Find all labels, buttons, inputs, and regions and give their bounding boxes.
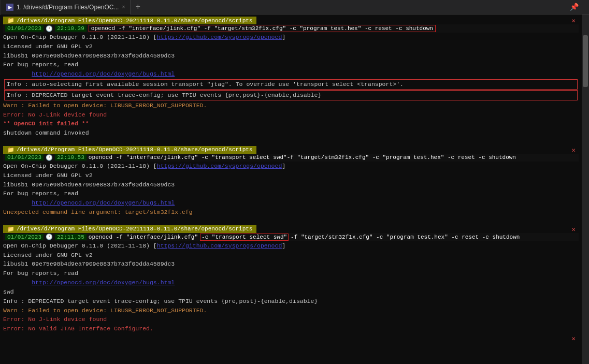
scrollbar-thumb[interactable]: [583, 35, 588, 87]
s3-out-8: Error: No Valid JTAG Interface Configure…: [3, 324, 579, 333]
bottom-close-row: ✕: [3, 334, 579, 344]
s2-out-5: Unexpected command line argument: target…: [3, 208, 579, 217]
session3-dir-text: /drives/d/Program Files/OpenOCD-20211118…: [17, 226, 252, 232]
terminal-tab[interactable]: ▶ 1. /drives/d/Program Files/OpenOC... ×: [1, 0, 131, 14]
divider-2: [3, 218, 579, 225]
session1-command-highlighted: openocd -f "interface/jlink.cfg" -f "tar…: [89, 25, 436, 32]
s1-out-3: For bug reports, read: [3, 60, 579, 69]
session-block-2: ✕ 📁 /drives/d/Program Files/OpenOCD-2021…: [3, 146, 579, 217]
session3-cmd-pre: openocd -f "interface/jlink.cfg": [89, 234, 198, 240]
session1-close-button[interactable]: ✕: [571, 17, 576, 25]
session1-folder-icon: 📁: [7, 17, 15, 24]
s2-out-1: Licensed under GNU GPL v2: [3, 171, 579, 180]
terminal-scrollbar[interactable]: [582, 14, 589, 364]
tab-title: 1. /drives/d/Program Files/OpenOC...: [17, 4, 119, 11]
session-block-3: ✕ 📁 /drives/d/Program Files/OpenOCD-2021…: [3, 225, 579, 333]
s3-out-1: Licensed under GNU GPL v2: [3, 251, 579, 260]
s3-out-3: For bug reports, read: [3, 269, 579, 278]
s1-info-highlight-2: Info : DEPRECATED target event trace-con…: [4, 90, 578, 100]
pin-icon: 📌: [570, 3, 579, 11]
s2-out-2: libusb1 09e75e98b4d9ea7909e8837b7a3f00dd…: [3, 180, 579, 190]
terminal-wrapper: ✕ 📁 /drives/d/Program Files/OpenOCD-2021…: [0, 14, 589, 364]
s2-out-0: Open On-Chip Debugger 0.11.0 (2021-11-18…: [3, 162, 579, 171]
session3-time: 22:11.35: [55, 234, 87, 240]
s1-out-1: Licensed under GNU GPL v2: [3, 42, 579, 51]
session1-time: 22:10.39: [55, 25, 87, 32]
s2-out-4: http://openocd.org/doc/doxygen/bugs.html: [3, 198, 579, 208]
session2-date: 01/01/2023: [5, 154, 44, 161]
s3-out-swd: swd: [3, 287, 579, 297]
s1-out-8: shutdown command invoked: [3, 128, 579, 138]
s3-out-2: libusb1 09e75e98b4d9ea7909e8837b7a3f00dd…: [3, 259, 579, 269]
scrollbar-track[interactable]: [582, 14, 589, 364]
s3-out-0: Open On-Chip Debugger 0.11.0 (2021-11-18…: [3, 241, 579, 251]
session3-clock-icon: 🕐: [46, 234, 53, 240]
terminal-content: ✕ 📁 /drives/d/Program Files/OpenOCD-2021…: [0, 14, 582, 346]
divider-1: [3, 139, 579, 146]
new-tab-button[interactable]: +: [131, 0, 145, 14]
session2-time: 22:10.53: [55, 154, 87, 161]
session2-command: openocd -f "interface/jlink.cfg" -c "tra…: [89, 154, 516, 161]
session2-dir-text: /drives/d/Program Files/OpenOCD-20211118…: [17, 147, 252, 153]
session2-folder-icon: 📁: [7, 147, 15, 153]
session3-cmd-post: -f "target/stm32f1x.cfg" -c "program tes…: [291, 234, 520, 240]
bottom-close-button[interactable]: ✕: [571, 334, 576, 343]
session2-close-button[interactable]: ✕: [571, 146, 576, 154]
terminal-tab-icon: ▶: [6, 4, 13, 11]
s1-out-6: Error: No J-Link device found: [3, 110, 579, 120]
terminal-main[interactable]: ✕ 📁 /drives/d/Program Files/OpenOCD-2021…: [0, 14, 582, 364]
session3-date: 01/01/2023: [5, 234, 44, 240]
session1-dir-bar: 📁 /drives/d/Program Files/OpenOCD-202111…: [3, 17, 256, 24]
tab-close-button[interactable]: ×: [122, 4, 125, 10]
s2-out-3: For bug reports, read: [3, 189, 579, 198]
session2-dir-bar: 📁 /drives/d/Program Files/OpenOCD-202111…: [3, 146, 256, 154]
s1-info-highlight-1: Info : auto-selecting first available se…: [4, 79, 578, 90]
s3-out-7: Error: No J-Link device found: [3, 315, 579, 324]
s1-out-7: ** OpenCD init failed **: [3, 119, 579, 128]
session3-cmd-bar: 01/01/2023 🕐 22:11.35 openocd -f "interf…: [3, 233, 579, 241]
s3-out-4: http://openocd.org/doc/doxygen/bugs.html: [3, 278, 579, 287]
s1-out-5: Warn : Failed to open device: LIBUSB_ERR…: [3, 101, 579, 110]
session2-clock-icon: 🕐: [46, 154, 53, 161]
session-block-1: ✕ 📁 /drives/d/Program Files/OpenOCD-2021…: [3, 17, 579, 138]
s1-out-2: libusb1 09e75e98b4d9ea7909e8837b7a3f00dd…: [3, 51, 579, 61]
session3-folder-icon: 📁: [7, 226, 15, 232]
tab-bar: ▶ 1. /drives/d/Program Files/OpenOC... ×…: [0, 0, 589, 14]
session1-cmd-bar: 01/01/2023 🕐 22:10.39 openocd -f "interf…: [3, 24, 579, 33]
s1-out-0: Open On-Chip Debugger 0.11.0 (2021-11-18…: [3, 33, 579, 42]
session1-dir-text: /drives/d/Program Files/OpenOCD-20211118…: [17, 18, 252, 24]
session3-dir-bar: 📁 /drives/d/Program Files/OpenOCD-202111…: [3, 225, 256, 233]
session3-transport-highlight: -c "transport select swd": [200, 234, 289, 241]
session1-clock-icon: 🕐: [46, 25, 53, 32]
s1-out-4: http://openocd.org/doc/doxygen/bugs.html: [3, 69, 579, 79]
session2-cmd-bar: 01/01/2023 🕐 22:10.53 openocd -f "interf…: [3, 154, 579, 162]
s3-out-6: Warn : Failed to open device: LIBUSB_ERR…: [3, 306, 579, 315]
s3-out-5: Info : DEPRECATED target event trace-con…: [3, 297, 579, 306]
session3-close-button[interactable]: ✕: [571, 225, 576, 234]
session1-date: 01/01/2023: [5, 25, 44, 32]
